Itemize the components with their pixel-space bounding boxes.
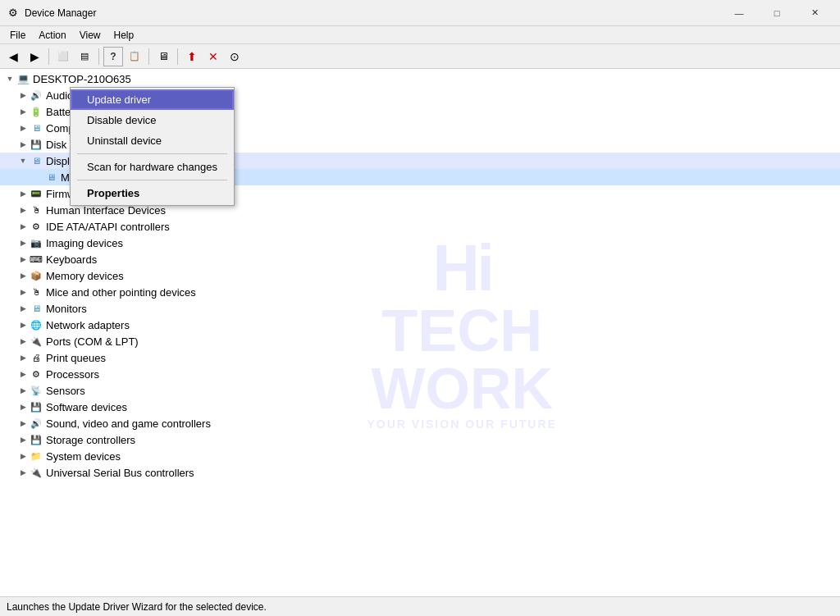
update-icon-button[interactable]: ⬆ [182, 47, 202, 66]
properties-button[interactable]: 📋 [125, 47, 144, 66]
system-label: System devices [46, 450, 121, 463]
context-menu-sep-2 [77, 180, 227, 180]
toolbar-separator-3 [148, 48, 149, 65]
menu-action[interactable]: Action [32, 28, 72, 43]
tree-item-sound[interactable]: ▶ 🔊 Sound, video and game controllers [0, 415, 840, 431]
tree-item-sensors[interactable]: ▶ 📡 Sensors [0, 382, 840, 399]
mice-expand[interactable]: ▶ [16, 285, 30, 299]
tree-item-keyboards[interactable]: ▶ ⌨ Keyboards [0, 251, 840, 267]
show-hidden-button[interactable]: ⬜ [53, 47, 73, 66]
usb-icon: 🔌 [30, 466, 43, 479]
sound-expand[interactable]: ▶ [16, 417, 30, 430]
tree-item-software[interactable]: ▶ 💾 Software devices [0, 399, 840, 415]
network-expand[interactable]: ▶ [16, 318, 30, 331]
processors-expand[interactable]: ▶ [16, 367, 30, 381]
main-area: Hi TECH WORK YOUR VISION OUR FUTURE ▼ 💻 … [0, 69, 840, 596]
menu-bar: File Action View Help [0, 26, 840, 44]
tree-item-system[interactable]: ▶ 📁 System devices [0, 448, 840, 464]
keyboards-icon: ⌨ [30, 253, 43, 266]
back-button[interactable]: ◀ [3, 47, 23, 66]
tree-item-print[interactable]: ▶ 🖨 Print queues [0, 349, 840, 366]
context-menu-update-driver[interactable]: Update driver [71, 89, 234, 110]
storage-expand[interactable]: ▶ [16, 433, 30, 446]
context-menu-sep-1 [77, 153, 227, 154]
display-icon: 🖥 [30, 154, 43, 167]
computer-expand[interactable]: ▶ [16, 121, 30, 135]
context-menu: Update driver Disable device Uninstall d… [70, 87, 235, 206]
ports-expand[interactable]: ▶ [16, 335, 30, 348]
imaging-label: Imaging devices [46, 237, 123, 249]
tree-item-mice[interactable]: ▶ 🖱 Mice and other pointing devices [0, 284, 840, 300]
mice-icon: 🖱 [30, 285, 43, 299]
software-label: Software devices [46, 401, 127, 413]
system-expand[interactable]: ▶ [16, 449, 30, 463]
monitor-button[interactable]: 🖥 [153, 47, 173, 66]
monitors-expand[interactable]: ▶ [16, 302, 30, 315]
batteries-expand[interactable]: ▶ [16, 105, 30, 118]
window-controls: — □ ✕ [720, 0, 833, 26]
memory-expand[interactable]: ▶ [16, 269, 30, 282]
tree-item-ports[interactable]: ▶ 🔌 Ports (COM & LPT) [0, 333, 840, 349]
hid-expand[interactable]: ▶ [16, 203, 30, 217]
tree-item-processors[interactable]: ▶ ⚙ Processors [0, 366, 840, 382]
ide-label: IDE ATA/ATAPI controllers [46, 221, 170, 233]
menu-help[interactable]: Help [107, 28, 141, 43]
storage-label: Storage controllers [46, 434, 135, 446]
tree-item-storage[interactable]: ▶ 💾 Storage controllers [0, 431, 840, 448]
uninstall-button[interactable]: ✕ [203, 47, 223, 66]
ide-icon: ⚙ [30, 220, 43, 233]
help-button[interactable]: ? [103, 47, 123, 66]
root-icon: 💻 [16, 72, 30, 85]
sensors-icon: 📡 [30, 384, 43, 397]
toolbar: ◀ ▶ ⬜ ▤ ? 📋 🖥 ⬆ ✕ ⊙ [0, 44, 840, 69]
firmware-expand[interactable]: ▶ [16, 187, 30, 200]
imaging-expand[interactable]: ▶ [16, 236, 30, 249]
scan-button[interactable]: ⊙ [225, 47, 244, 66]
keyboards-expand[interactable]: ▶ [16, 253, 30, 266]
usb-expand[interactable]: ▶ [16, 466, 30, 479]
context-menu-scan-hardware[interactable]: Scan for hardware changes [71, 157, 234, 177]
menu-file[interactable]: File [3, 28, 32, 43]
tree-view-button[interactable]: ▤ [75, 47, 94, 66]
close-button[interactable]: ✕ [796, 0, 833, 26]
context-menu-disable-device[interactable]: Disable device [71, 110, 234, 130]
tree-item-ide[interactable]: ▶ ⚙ IDE ATA/ATAPI controllers [0, 218, 840, 235]
minimize-button[interactable]: — [720, 0, 758, 26]
tree-item-network[interactable]: ▶ 🌐 Network adapters [0, 317, 840, 333]
forward-button[interactable]: ▶ [25, 47, 44, 66]
menu-view[interactable]: View [73, 28, 107, 43]
print-expand[interactable]: ▶ [16, 351, 30, 364]
device-tree[interactable]: ▼ 💻 DESKTOP-210O635 ▶ 🔊 Audio inputs and… [0, 69, 840, 596]
root-label: DESKTOP-210O635 [33, 73, 131, 85]
software-expand[interactable]: ▶ [16, 400, 30, 413]
sound-label: Sound, video and game controllers [46, 418, 211, 430]
tree-item-imaging[interactable]: ▶ 📷 Imaging devices [0, 235, 840, 251]
ports-label: Ports (COM & LPT) [46, 335, 139, 348]
root-expand-icon[interactable]: ▼ [3, 72, 16, 85]
tree-root[interactable]: ▼ 💻 DESKTOP-210O635 [0, 71, 840, 87]
software-icon: 💾 [30, 400, 43, 413]
sensors-expand[interactable]: ▶ [16, 384, 30, 397]
toolbar-separator-4 [177, 48, 178, 65]
tree-item-memory[interactable]: ▶ 📦 Memory devices [0, 267, 840, 284]
disk-icon: 💾 [30, 138, 43, 151]
hid-icon: 🖱 [30, 203, 43, 217]
audio-expand[interactable]: ▶ [16, 89, 30, 102]
display-expand[interactable]: ▼ [16, 154, 30, 167]
ide-expand[interactable]: ▶ [16, 220, 30, 233]
firmware-icon: 📟 [30, 187, 43, 200]
tree-item-usb[interactable]: ▶ 🔌 Universal Serial Bus controllers [0, 464, 840, 481]
tree-item-monitors[interactable]: ▶ 🖥 Monitors [0, 300, 840, 317]
usb-label: Universal Serial Bus controllers [46, 467, 194, 479]
context-menu-uninstall-device[interactable]: Uninstall device [71, 130, 234, 151]
status-bar: Launches the Update Driver Wizard for th… [0, 596, 840, 616]
toolbar-separator-1 [48, 48, 49, 65]
system-icon: 📁 [30, 449, 43, 463]
maximize-button[interactable]: □ [758, 0, 796, 26]
disk-expand[interactable]: ▶ [16, 138, 30, 151]
storage-icon: 💾 [30, 433, 43, 446]
window-title: Device Manager [25, 7, 720, 19]
context-menu-properties[interactable]: Properties [71, 183, 234, 203]
ports-icon: 🔌 [30, 335, 43, 348]
memory-label: Memory devices [46, 270, 124, 282]
